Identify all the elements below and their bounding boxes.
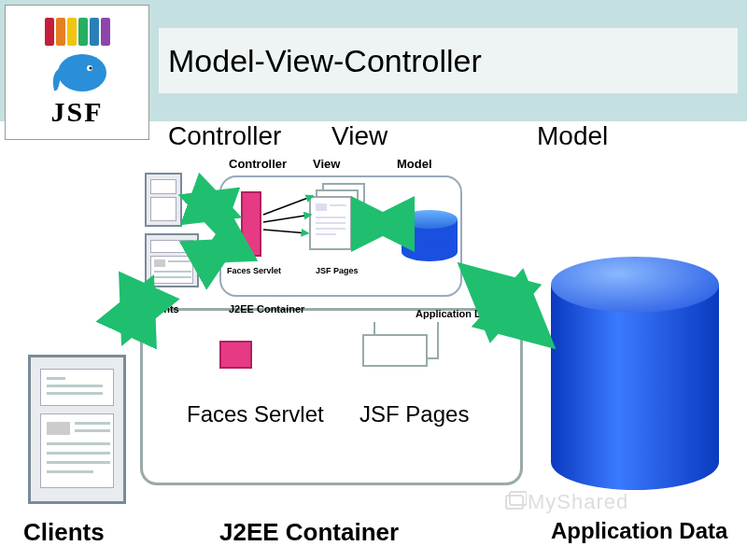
svg-rect-12 bbox=[510, 492, 527, 505]
application-data-cylinder-small bbox=[402, 210, 458, 261]
section-label-model: Model bbox=[537, 121, 608, 151]
page-title: Model-View-Controller bbox=[168, 43, 482, 79]
mid-j2ee-label: J2EE Container bbox=[229, 303, 304, 315]
mvc-diagram: Controller View Model Controller View Mo… bbox=[0, 121, 747, 560]
outer-faces-servlet-label: Faces Servlet bbox=[187, 401, 324, 427]
jsf-logo: JSF bbox=[5, 5, 149, 140]
inner-label-model: Model bbox=[397, 157, 432, 171]
section-label-view: View bbox=[331, 121, 388, 151]
bottom-appdata-label: Application Data bbox=[551, 518, 727, 544]
application-data-cylinder-large bbox=[551, 257, 719, 490]
logo-bars-icon bbox=[45, 18, 110, 46]
inner-faces-servlet-label: Faces Servlet bbox=[227, 266, 281, 275]
inner-label-view: View bbox=[313, 157, 340, 171]
client-device-browser-small bbox=[145, 233, 199, 287]
svg-point-2 bbox=[89, 66, 92, 69]
svg-point-0 bbox=[58, 54, 106, 91]
watermark-text: MyShared bbox=[528, 490, 628, 514]
bottom-clients-label: Clients bbox=[23, 518, 105, 547]
svg-rect-11 bbox=[506, 496, 523, 509]
watermark-icon bbox=[504, 490, 527, 512]
jsf-page-outer-2 bbox=[362, 334, 428, 367]
client-device-pda-small bbox=[145, 173, 182, 227]
client-device-large bbox=[28, 355, 126, 504]
mid-appdata-label: Application Data bbox=[416, 308, 497, 319]
elephant-icon bbox=[45, 49, 110, 96]
section-label-controller: Controller bbox=[168, 121, 281, 151]
faces-servlet-outer bbox=[219, 341, 252, 369]
inner-label-controller: Controller bbox=[229, 157, 287, 171]
jsf-page-1 bbox=[309, 196, 352, 250]
faces-servlet-inner bbox=[241, 191, 261, 257]
bottom-j2ee-label: J2EE Container bbox=[219, 518, 399, 547]
outer-jsf-pages-label: JSF Pages bbox=[359, 401, 469, 427]
inner-jsf-pages-label: JSF Pages bbox=[316, 266, 359, 275]
j2ee-container-outer bbox=[140, 308, 523, 485]
mid-clients-label: Clients bbox=[145, 303, 179, 315]
title-band: Model-View-Controller bbox=[159, 28, 738, 93]
